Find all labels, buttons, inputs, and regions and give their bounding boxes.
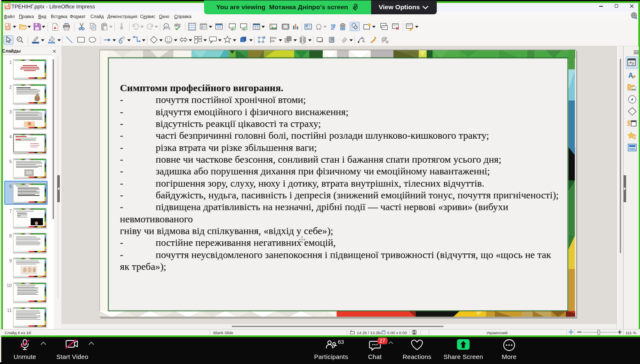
svg-text:d: d bbox=[168, 26, 170, 30]
svg-text:F: F bbox=[331, 23, 335, 31]
svg-text:abc: abc bbox=[174, 23, 181, 27]
svg-text:A: A bbox=[306, 25, 308, 27]
svg-text:a: a bbox=[165, 24, 167, 28]
